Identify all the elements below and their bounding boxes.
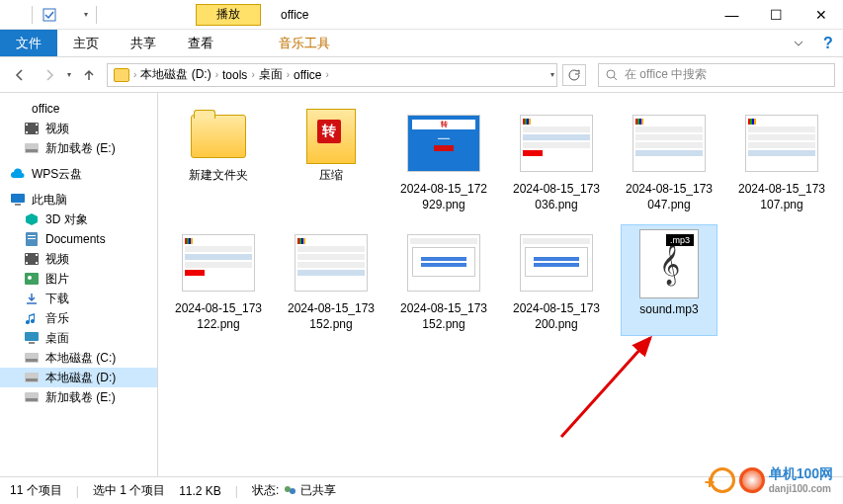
drive-icon: [24, 350, 40, 366]
sidebar-item-label: 新加载卷 (E:): [45, 140, 116, 157]
content: office视频新加载卷 (E:) WPS云盘 此电脑 3D 对象Documen…: [0, 93, 843, 476]
ribbon-share[interactable]: 共享: [115, 30, 172, 56]
checkbox-icon[interactable]: [41, 6, 58, 24]
svg-rect-21: [25, 332, 39, 341]
ribbon-home[interactable]: 主页: [57, 30, 115, 56]
file-item[interactable]: 2024-08-15_173036.png: [508, 105, 605, 216]
crumb[interactable]: tools: [218, 68, 251, 82]
nav-up-button[interactable]: [77, 63, 101, 87]
status-count: 11 个项目: [10, 482, 62, 499]
svg-rect-8: [26, 149, 38, 152]
crumb-root-icon[interactable]: [110, 68, 133, 82]
search-input[interactable]: 在 office 中搜索: [598, 63, 835, 87]
sidebar-item[interactable]: 桌面: [0, 328, 157, 348]
file-item[interactable]: 2024-08-15_173152.png: [283, 224, 379, 336]
folder-icon: [10, 101, 26, 117]
svg-rect-0: [43, 9, 55, 21]
file-item[interactable]: 转━━━━2024-08-15_172929.png: [395, 105, 492, 216]
sidebar-item-label: 本地磁盘 (C:): [45, 350, 116, 367]
sidebar-item[interactable]: office: [0, 99, 157, 119]
sidebar-item[interactable]: 本地磁盘 (C:): [0, 348, 157, 368]
sidebar-item[interactable]: 3D 对象: [0, 210, 157, 229]
ribbon-view[interactable]: 查看: [172, 30, 229, 56]
down-icon: [24, 291, 40, 306]
ribbon-music-tools[interactable]: 音乐工具: [263, 30, 346, 56]
qat-dropdown-icon[interactable]: ▾: [84, 10, 88, 19]
nav-back-button[interactable]: [8, 63, 32, 87]
folder-icon: [6, 6, 24, 24]
minimize-button[interactable]: —: [710, 0, 754, 30]
maximize-button[interactable]: ☐: [754, 0, 799, 30]
ribbon: 文件 主页 共享 查看 音乐工具 ?: [0, 30, 843, 57]
file-name: 2024-08-15_173200.png: [512, 301, 601, 332]
file-item[interactable]: 压缩: [283, 105, 379, 216]
address-dropdown-icon[interactable]: ▾: [550, 70, 554, 79]
sidebar-item[interactable]: 视频: [0, 249, 157, 269]
status-size: 11.2 KB: [179, 484, 221, 498]
sidebar-item[interactable]: 本地磁盘 (D:): [0, 368, 157, 387]
sidebar-this-pc[interactable]: 此电脑: [0, 190, 157, 210]
file-item[interactable]: 2024-08-15_173122.png: [170, 224, 267, 336]
file-item[interactable]: .mp3𝄞sound.mp3: [621, 224, 717, 336]
divider: [96, 6, 97, 24]
file-item[interactable]: 2024-08-15_173047.png: [621, 105, 717, 216]
sidebar-item[interactable]: 视频: [0, 119, 157, 138]
svg-point-1: [607, 70, 615, 78]
sidebar-item-label: 图片: [45, 271, 69, 288]
svg-rect-15: [26, 254, 28, 256]
folder-small-icon[interactable]: [62, 6, 80, 24]
search-placeholder: 在 office 中搜索: [625, 66, 707, 83]
ribbon-file[interactable]: 文件: [0, 30, 57, 56]
sidebar-item-label: 音乐: [45, 310, 69, 327]
sidebar-item[interactable]: 新加载卷 (E:): [0, 138, 157, 158]
file-item[interactable]: 2024-08-15_173107.png: [733, 105, 830, 216]
file-name: 2024-08-15_172929.png: [399, 182, 488, 212]
file-item[interactable]: 新建文件夹: [170, 105, 267, 216]
crumb-sep-icon[interactable]: ›: [326, 69, 329, 80]
window-controls: — ☐ ✕: [710, 0, 843, 30]
tab-play[interactable]: 播放: [196, 4, 261, 26]
svg-rect-17: [36, 254, 38, 256]
video-icon: [24, 121, 40, 136]
svg-rect-6: [36, 131, 38, 133]
sidebar-item-label: 3D 对象: [45, 211, 88, 228]
file-name: 2024-08-15_173047.png: [625, 182, 714, 212]
crumb[interactable]: 本地磁盘 (D:): [136, 66, 214, 83]
help-icon[interactable]: ?: [813, 30, 843, 56]
sidebar[interactable]: office视频新加载卷 (E:) WPS云盘 此电脑 3D 对象Documen…: [0, 93, 158, 476]
sidebar-item-label: 下载: [45, 291, 69, 307]
svg-rect-4: [26, 131, 28, 133]
svg-rect-28: [26, 398, 38, 401]
sidebar-item-label: 视频: [45, 251, 69, 268]
svg-rect-10: [15, 204, 21, 206]
nav-forward-button[interactable]: [38, 63, 61, 87]
svg-rect-26: [26, 378, 38, 381]
window-title: office: [281, 8, 308, 22]
crumb[interactable]: 桌面: [255, 66, 287, 83]
sidebar-wps-cloud[interactable]: WPS云盘: [0, 164, 157, 184]
sidebar-item[interactable]: Documents: [0, 229, 157, 249]
nav-history-dropdown[interactable]: ▾: [67, 70, 71, 79]
sidebar-item-label: 此电脑: [32, 192, 67, 209]
svg-rect-16: [26, 262, 28, 264]
video-icon: [24, 251, 40, 267]
ribbon-collapse-icon[interactable]: [784, 30, 813, 56]
music-icon: [24, 310, 40, 326]
refresh-button[interactable]: [562, 64, 586, 86]
address-bar[interactable]: › 本地磁盘 (D:) › tools › 桌面 › office › ▾: [107, 63, 557, 87]
file-name: 2024-08-15_173152.png: [399, 301, 488, 332]
sidebar-item[interactable]: 新加载卷 (E:): [0, 387, 157, 407]
people-icon: [283, 484, 296, 498]
file-pane[interactable]: 新建文件夹压缩转━━━━2024-08-15_172929.png2024-08…: [158, 93, 843, 476]
svg-rect-22: [29, 342, 35, 344]
search-icon: [605, 68, 619, 82]
file-item[interactable]: 2024-08-15_173200.png: [508, 224, 605, 336]
close-button[interactable]: ✕: [799, 0, 843, 30]
doc-icon: [24, 231, 40, 247]
sidebar-item[interactable]: 图片: [0, 269, 157, 289]
file-item[interactable]: 2024-08-15_173152.png: [395, 224, 492, 336]
sidebar-item[interactable]: 下载: [0, 289, 157, 308]
crumb[interactable]: office: [290, 68, 325, 82]
sidebar-item[interactable]: 音乐: [0, 308, 157, 328]
file-name: 2024-08-15_173152.png: [287, 301, 376, 332]
